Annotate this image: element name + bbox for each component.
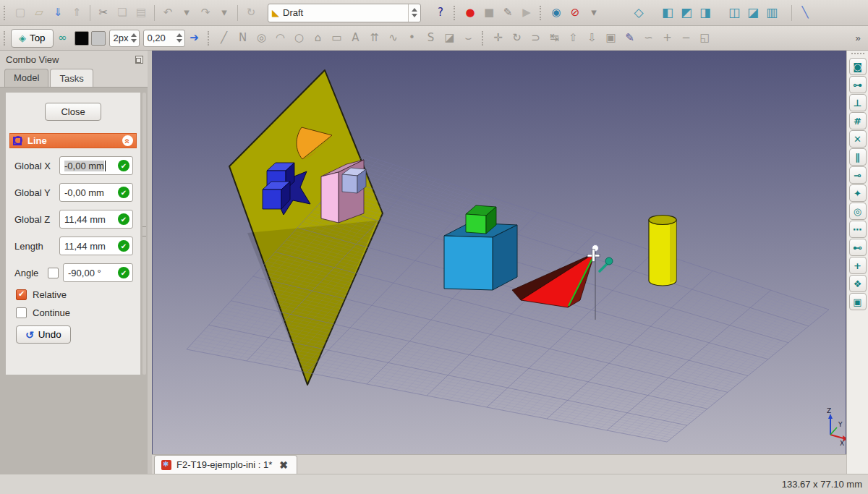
view-bottom-button[interactable]: ◪ — [744, 4, 762, 22]
apply-style-button[interactable]: ➔ — [185, 29, 204, 48]
angle-checkbox[interactable] — [48, 268, 59, 278]
snap-midpoint-button[interactable]: ⊶ — [849, 76, 867, 93]
toolbar-grip[interactable] — [454, 6, 458, 20]
relative-checkbox[interactable] — [16, 289, 27, 300]
global-x-field[interactable]: -0,00 mm — [59, 156, 133, 175]
scale-spinbox[interactable]: 0,20 — [143, 30, 185, 47]
draft-move-button[interactable]: ✛ — [489, 29, 508, 48]
collapse-section-icon[interactable] — [122, 135, 133, 146]
draft-upgrade-button[interactable]: ⇧ — [564, 29, 583, 48]
view-axonometric-button[interactable]: ◇ — [629, 4, 648, 22]
export-button[interactable]: ⇑ — [67, 4, 86, 22]
snap-ortho-button[interactable]: ❖ — [849, 275, 867, 292]
draft-line-button[interactable]: ╱ — [215, 29, 234, 48]
toolbar-grip[interactable] — [851, 53, 864, 56]
draft-delete-point-button[interactable]: − — [677, 29, 696, 48]
angle-field[interactable]: -90,00 ° — [63, 263, 133, 282]
macro-record-button[interactable]: ● — [461, 4, 480, 22]
refresh-button[interactable]: ↻ — [242, 4, 260, 22]
draft-trimex-button[interactable]: ↹ — [545, 29, 564, 48]
toolbar-grip[interactable] — [482, 31, 486, 46]
working-plane-button[interactable]: ◈ Top — [11, 29, 54, 48]
document-tab[interactable]: F2-T19-ejemplo-ini : 1* — [154, 455, 297, 474]
draft-rotate-button[interactable]: ↻ — [508, 29, 527, 48]
snap-grid-button[interactable]: # — [849, 112, 867, 129]
macro-play-button[interactable]: ▶ — [517, 4, 536, 22]
draft-shape2dview-button[interactable]: ◱ — [696, 29, 715, 48]
draft-downgrade-button[interactable]: ⇩ — [583, 29, 602, 48]
cut-button[interactable]: ✂ — [94, 4, 113, 22]
3d-viewport[interactable]: Z Y X — [152, 51, 846, 454]
line-width-spinbox[interactable]: 2px — [109, 30, 140, 47]
draft-curve-button[interactable]: ⌣ — [459, 29, 478, 48]
new-file-button[interactable]: ▢ — [11, 4, 30, 22]
copy-button[interactable]: ❏ — [113, 4, 132, 22]
draft-add-point-button[interactable]: + — [658, 29, 677, 48]
continue-checkbox[interactable] — [16, 307, 27, 318]
line-color-swatch[interactable] — [75, 31, 89, 46]
view-rear-button[interactable]: ◫ — [725, 4, 744, 22]
toolbar-overflow-button[interactable]: » — [851, 30, 865, 47]
tab-model[interactable]: Model — [4, 69, 48, 87]
undo-button[interactable]: Undo — [16, 325, 71, 344]
fit-all-button[interactable]: ◉ — [547, 4, 566, 22]
snap-working-plane-button[interactable]: ▣ — [849, 293, 867, 310]
snap-center-button[interactable]: ◎ — [849, 203, 867, 220]
save-button[interactable]: ⇓ — [48, 4, 67, 22]
draft-edit-button[interactable]: ✎ — [621, 29, 639, 48]
draw-style-button[interactable]: ⊘ — [566, 4, 584, 22]
view-top-button[interactable]: ◩ — [677, 4, 696, 22]
snap-lock-button[interactable]: ◙ — [849, 58, 867, 75]
snap-special-button[interactable]: ✦ — [849, 184, 867, 202]
panel-scrollbar[interactable] — [142, 93, 146, 375]
undo-button[interactable]: ↶ — [158, 4, 177, 22]
draft-arc-button[interactable]: ◠ — [271, 29, 290, 48]
draft-rectangle-button[interactable]: ▭ — [328, 29, 346, 48]
float-panel-icon[interactable] — [135, 56, 143, 64]
draft-bspline-button[interactable]: ∿ — [384, 29, 403, 48]
tab-tasks[interactable]: Tasks — [50, 69, 93, 88]
redo-dropdown[interactable]: ▾ — [215, 4, 234, 22]
snap-dimensions-button[interactable]: ⋯ — [849, 221, 867, 238]
snap-extension-button[interactable]: + — [849, 257, 867, 274]
view-right-button[interactable]: ◨ — [696, 4, 715, 22]
global-y-field[interactable]: -0,00 mm — [59, 183, 133, 202]
construction-mode-toggle[interactable]: ∞ — [54, 29, 72, 48]
draft-ellipse-button[interactable]: ○ — [290, 29, 309, 48]
measure-distance-button[interactable]: ╲ — [796, 4, 814, 22]
length-field[interactable]: 11,44 mm — [59, 237, 133, 255]
draft-circle-button[interactable]: ◎ — [252, 29, 271, 48]
close-document-icon[interactable] — [277, 459, 290, 471]
draft-facebinder-button[interactable]: ◪ — [441, 29, 459, 48]
open-file-button[interactable]: ▱ — [30, 4, 48, 22]
toolbar-grip[interactable] — [4, 6, 8, 20]
draft-bezier-button[interactable]: S — [422, 29, 441, 48]
snap-parallel-button[interactable]: ∥ — [849, 148, 867, 166]
snap-intersection-button[interactable]: ✕ — [849, 130, 867, 148]
draft-point-button[interactable]: • — [403, 29, 422, 48]
workbench-selector[interactable]: ◣ Draft — [268, 4, 421, 22]
close-task-button[interactable]: Close — [45, 103, 101, 121]
snap-perpendicular-button[interactable]: ⊥ — [849, 94, 867, 111]
draft-join-button[interactable]: ∽ — [639, 29, 658, 48]
macro-stop-button[interactable]: ■ — [480, 4, 498, 22]
whats-this-button[interactable]: ? — [431, 4, 450, 22]
snap-near-button[interactable]: ⊷ — [849, 239, 867, 256]
redo-button[interactable]: ↷ — [196, 4, 215, 22]
draft-scale-button[interactable]: ▣ — [602, 29, 621, 48]
draft-offset-button[interactable]: ⊃ — [527, 29, 545, 48]
undo-dropdown[interactable]: ▾ — [177, 4, 196, 22]
global-z-field[interactable]: 11,44 mm — [59, 210, 133, 229]
draft-polygon-button[interactable]: ⌂ — [309, 29, 328, 48]
yellow-cylinder-object[interactable] — [649, 216, 676, 286]
paste-button[interactable]: ▤ — [132, 4, 150, 22]
toolbar-grip[interactable] — [208, 31, 212, 46]
lavender-cube-object[interactable] — [342, 168, 366, 193]
toolbar-grip[interactable] — [540, 6, 544, 20]
draft-wire-button[interactable]: N — [234, 29, 252, 48]
snap-endpoint-button[interactable]: ⊸ — [849, 166, 867, 184]
draft-text-button[interactable]: A — [346, 29, 365, 48]
toolbar-grip[interactable] — [4, 31, 8, 46]
view-front-button[interactable]: ◧ — [658, 4, 677, 22]
view-left-button[interactable]: ▥ — [762, 4, 781, 22]
